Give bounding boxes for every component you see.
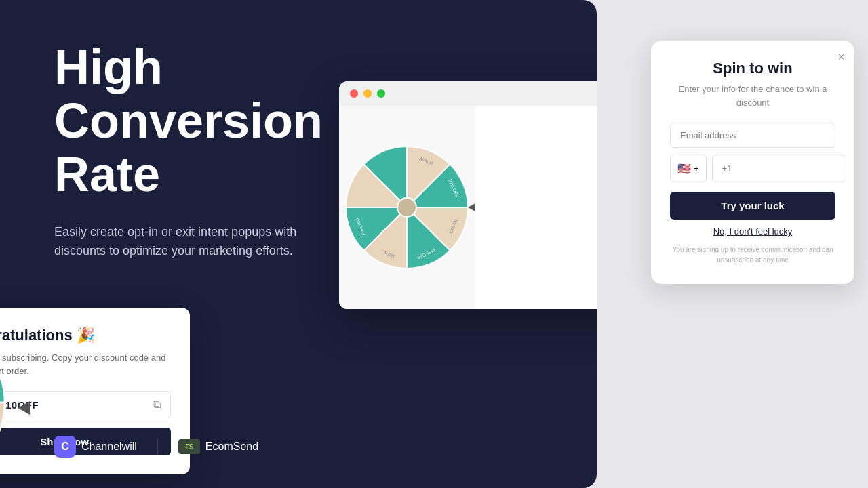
hero-subtitle: Easily create opt-in or exit intent popu… <box>54 222 339 262</box>
flag-code: + <box>694 163 699 174</box>
svg-point-8 <box>397 198 416 217</box>
wheel-pointer-front <box>18 401 30 415</box>
form-subtitle: Enter your info for the chance to win a … <box>670 83 835 109</box>
browser-topbar <box>339 81 597 106</box>
no-luck-link[interactable]: No, I don't feel lucky <box>670 226 835 237</box>
browser-dot-red <box>350 89 358 98</box>
form-disclaimer: You are signing up to receive communicat… <box>670 245 835 265</box>
flag-emoji: 🇺🇸 <box>677 162 691 175</box>
spin-wheel-front: Sorry... Free shipping Almost 10% OFF No… <box>0 314 14 488</box>
brand-ecomsend: ES EcomSend <box>178 439 258 454</box>
spin-form: × Spin to win Enter your info for the ch… <box>651 41 854 284</box>
left-panel: High Conversion Rate Easily create opt-i… <box>0 0 597 488</box>
wheel-pointer-back <box>468 201 475 214</box>
brand-logos: C Channelwill ES EcomSend <box>54 436 258 458</box>
brand-channelwill: C Channelwill <box>54 436 137 458</box>
brand-divider <box>157 439 158 455</box>
ecomsend-name: EcomSend <box>205 441 258 453</box>
form-close-button[interactable]: × <box>837 50 845 64</box>
browser-mockup: Sorry... Free shipping Almost 10% OFF No… <box>339 81 597 309</box>
browser-dot-yellow <box>363 89 372 98</box>
try-luck-button[interactable]: Try your luck <box>670 192 835 220</box>
form-title: Spin to win <box>670 60 835 77</box>
flag-select[interactable]: 🇺🇸 + <box>670 155 707 182</box>
copy-icon[interactable]: ⧉ <box>153 399 161 411</box>
email-input[interactable] <box>670 123 835 148</box>
ecomsend-logo: ES <box>178 439 200 454</box>
phone-input-row: 🇺🇸 + <box>670 155 835 182</box>
browser-dot-green <box>377 89 385 98</box>
browser-content: Sorry... Free shipping Almost 10% OFF No… <box>339 106 597 309</box>
phone-input[interactable] <box>712 155 846 182</box>
spin-wheel-back: Sorry... Free shipping Almost 10% OFF No… <box>339 106 475 309</box>
channelwill-logo: C <box>54 436 76 458</box>
hero-title-line2: Conversion <box>54 94 323 148</box>
right-panel: × Spin to win Enter your info for the ch… <box>597 0 868 488</box>
hero-title-line3: Rate <box>54 147 160 201</box>
channelwill-name: Channelwill <box>81 441 137 453</box>
wheel-area-back: Sorry... Free shipping Almost 10% OFF No… <box>339 106 475 309</box>
hero-title-line1: High <box>54 40 163 94</box>
